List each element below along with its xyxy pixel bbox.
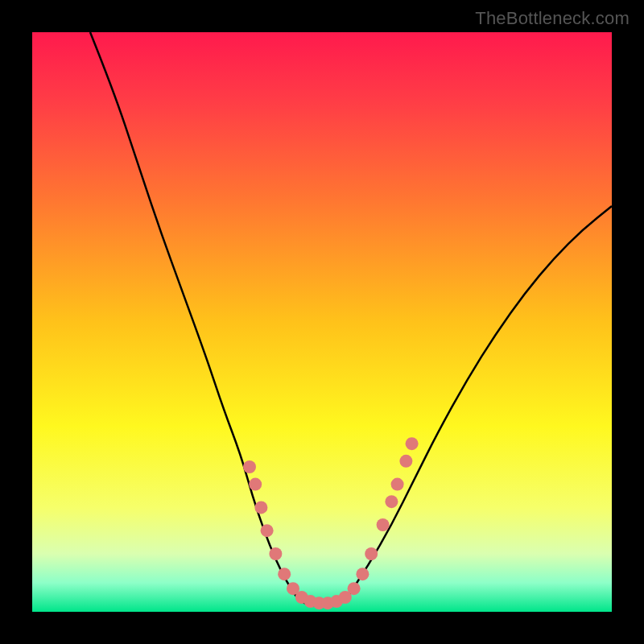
watermark-text: TheBottleneck.com <box>475 8 630 29</box>
plot-area <box>32 32 612 612</box>
chart-frame: TheBottleneck.com <box>0 0 644 644</box>
data-marker <box>249 478 262 491</box>
data-marker <box>365 547 378 560</box>
data-marker <box>391 478 404 491</box>
data-marker <box>356 568 369 580</box>
data-marker <box>406 437 419 450</box>
data-marker <box>278 568 291 580</box>
data-marker <box>399 455 412 468</box>
data-marker <box>348 582 361 595</box>
data-marker <box>385 495 398 508</box>
curves-layer <box>32 32 612 612</box>
data-marker <box>269 547 282 560</box>
bottleneck-curve <box>90 32 612 606</box>
data-marker <box>254 501 267 514</box>
data-marker <box>261 524 274 537</box>
data-marker <box>377 518 390 531</box>
data-marker <box>243 460 256 473</box>
